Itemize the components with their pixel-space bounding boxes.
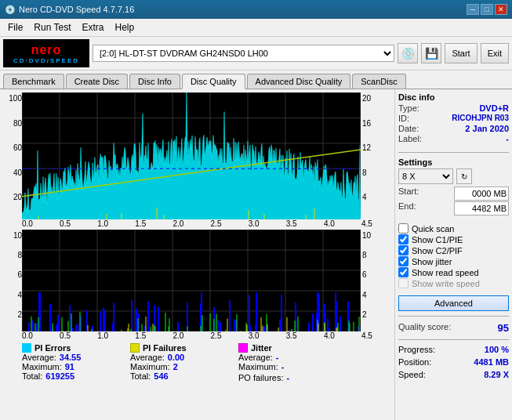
pi-errors-avg-label: Average: [22, 353, 56, 362]
minimize-btn[interactable]: ─ [467, 4, 479, 15]
chart-area: 10080604020 20161284 0.00.51.01.52.02.53… [0, 89, 394, 420]
progress-row: Progress: 100 % [398, 345, 509, 354]
progress-value: 100 % [485, 345, 509, 354]
right-panel: Disc info Type: DVD+R ID: RICOHJPN R03 D… [394, 89, 512, 420]
show-c2-pif-checkbox[interactable] [398, 245, 409, 255]
menu-file[interactable]: File [3, 20, 27, 34]
quality-score-value: 95 [498, 322, 509, 334]
show-read-speed-checkbox[interactable] [398, 267, 409, 277]
start-button[interactable]: Start [445, 43, 477, 63]
menu-help[interactable]: Help [111, 20, 140, 34]
show-jitter-checkbox[interactable] [398, 256, 409, 266]
speed-row-progress: Speed: 8.29 X [398, 370, 509, 379]
legend: PI Errors Average: 34.55 Maximum: 91 Tot… [3, 340, 391, 382]
nero-logo: nero CD·DVD/SPEED [3, 39, 89, 67]
pi-errors-icon [22, 343, 31, 353]
toolbar: nero CD·DVD/SPEED [2:0] HL-DT-ST DVDRAM … [0, 37, 512, 71]
position-value: 4481 MB [474, 357, 509, 367]
end-label: End: [398, 201, 416, 215]
pi-errors-total-label: Total: [22, 371, 42, 381]
show-jitter-label: Show jitter [412, 257, 452, 266]
close-btn[interactable]: ✕ [495, 4, 507, 15]
show-write-speed-label: Show write speed [412, 279, 480, 288]
quality-score-row: Quality score: 95 [398, 322, 509, 334]
divider-3 [398, 339, 509, 340]
tab-create-disc[interactable]: Create Disc [66, 74, 128, 89]
po-failures-value: - [286, 373, 289, 382]
menu-bar: File Run Test Extra Help [0, 19, 512, 37]
type-value: DVD+R [479, 103, 509, 113]
position-row: Position: 4481 MB [398, 357, 509, 367]
top-chart [22, 92, 361, 219]
checkboxes-section: Quick scan Show C1/PIE Show C2/PIF Show … [398, 223, 509, 289]
drive-select[interactable]: [2:0] HL-DT-ST DVDRAM GH24NSD0 LH00 [93, 45, 394, 62]
tab-bar: Benchmark Create Disc Disc Info Disc Qua… [0, 71, 512, 89]
pi-failures-total-label: Total: [130, 371, 151, 381]
pi-failures-title: PI Failures [143, 343, 187, 353]
title-bar: 💿 Nero CD-DVD Speed 4.7.7.16 ─ □ ✕ [0, 0, 512, 19]
legend-pi-errors: PI Errors Average: 34.55 Maximum: 91 Tot… [22, 343, 124, 382]
disc-label-value: - [506, 134, 509, 143]
id-label: ID: [398, 114, 409, 123]
show-read-speed-label: Show read speed [412, 268, 479, 277]
end-input[interactable] [454, 201, 509, 215]
save-icon-btn[interactable]: 💾 [421, 43, 441, 63]
show-c1-pie-label: Show C1/PIE [412, 235, 463, 244]
quality-score-label: Quality score: [398, 322, 451, 334]
y-axis-right-bottom: 108642 [361, 230, 376, 331]
y-axis-left-top: 10080604020 [3, 92, 22, 219]
speed-select[interactable]: 8 X [398, 168, 453, 184]
legend-jitter: Jitter Average: - Maximum: - PO failures… [238, 343, 332, 382]
bottom-chart [22, 230, 361, 331]
id-value: RICOHJPN R03 [452, 114, 509, 123]
speed-value: 8.29 X [484, 370, 509, 379]
x-axis-bottom: 0.00.51.01.52.02.53.03.54.04.5 [3, 331, 391, 340]
date-label: Date: [398, 124, 419, 133]
pi-errors-max-value: 91 [65, 362, 74, 371]
menu-run-test[interactable]: Run Test [29, 20, 75, 34]
settings-refresh-btn[interactable]: ↻ [456, 168, 472, 184]
pi-errors-total-value: 619255 [45, 371, 74, 381]
menu-extra[interactable]: Extra [77, 20, 108, 34]
progress-label: Progress: [398, 345, 435, 354]
quick-scan-label: Quick scan [412, 224, 454, 234]
speed-label: Speed: [398, 370, 426, 379]
disc-info-title: Disc info [398, 92, 509, 102]
app-icon: 💿 [5, 5, 16, 15]
jitter-avg-value: - [276, 353, 279, 362]
show-c2-pif-label: Show C2/PIF [412, 246, 463, 255]
disc-icon-btn[interactable]: 💿 [398, 43, 418, 63]
position-label: Position: [398, 357, 431, 367]
speed-row: 8 X ↻ [398, 168, 509, 184]
start-input[interactable] [454, 186, 509, 201]
main-content: 10080604020 20161284 0.00.51.01.52.02.53… [0, 89, 512, 420]
show-write-speed-checkbox[interactable] [398, 278, 409, 288]
jitter-max-value: - [281, 362, 285, 371]
pi-errors-max-label: Maximum: [22, 362, 62, 371]
exit-button[interactable]: Exit [481, 43, 509, 63]
date-value: 2 Jan 2020 [465, 124, 509, 133]
x-axis-top: 0.00.51.01.52.02.53.03.54.04.5 [3, 219, 391, 228]
window-controls: ─ □ ✕ [467, 4, 507, 15]
legend-pi-failures: PI Failures Average: 0.00 Maximum: 2 Tot… [130, 343, 232, 382]
tab-scandisc[interactable]: ScanDisc [352, 74, 405, 89]
maximize-btn[interactable]: □ [481, 4, 493, 15]
disc-info-section: Disc info Type: DVD+R ID: RICOHJPN R03 D… [398, 92, 509, 144]
tab-disc-quality[interactable]: Disc Quality [182, 74, 245, 89]
pi-failures-max-label: Maximum: [130, 362, 170, 371]
jitter-max-label: Maximum: [238, 362, 278, 371]
start-label: Start: [398, 186, 419, 201]
pi-errors-avg-value: 34.55 [60, 353, 82, 362]
tab-advanced-disc-quality[interactable]: Advanced Disc Quality [247, 74, 351, 89]
app-title: Nero CD-DVD Speed 4.7.7.16 [19, 5, 134, 14]
show-c1-pie-checkbox[interactable] [398, 234, 409, 244]
divider-1 [398, 152, 509, 153]
settings-section: Settings 8 X ↻ Start: End: [398, 158, 509, 216]
tab-benchmark[interactable]: Benchmark [3, 74, 64, 89]
quick-scan-checkbox[interactable] [398, 223, 409, 234]
tab-disc-info[interactable]: Disc Info [129, 74, 180, 89]
advanced-button[interactable]: Advanced [398, 295, 509, 311]
y-axis-left-bottom: 108642 [3, 230, 22, 331]
type-label: Type: [398, 103, 419, 113]
settings-title: Settings [398, 158, 509, 167]
